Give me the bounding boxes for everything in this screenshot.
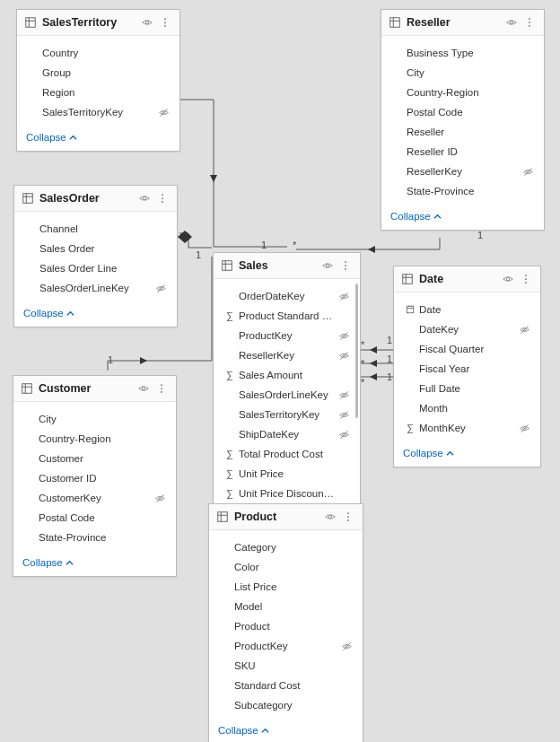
field-row[interactable]: City	[385, 63, 540, 83]
field-row[interactable]: Sales Order Line	[18, 258, 173, 278]
field-row[interactable]: State-Province	[385, 181, 540, 201]
field-row[interactable]: Fiscal Quarter	[398, 339, 537, 359]
field-row[interactable]: Country	[21, 43, 176, 63]
field-row[interactable]: ProductKey	[213, 636, 359, 656]
table-sales-territory[interactable]: SalesTerritory CountryGroupRegionSalesTe…	[16, 9, 180, 152]
field-row[interactable]: ResellerKey	[385, 161, 540, 181]
field-row[interactable]: ∑Product Standard Cost	[217, 306, 356, 326]
field-row[interactable]: Date	[398, 300, 537, 319]
hidden-icon[interactable]	[337, 429, 351, 441]
visibility-icon[interactable]	[323, 510, 337, 524]
table-header[interactable]: Customer	[13, 376, 176, 402]
field-row[interactable]: Reseller ID	[385, 142, 540, 161]
visibility-icon[interactable]	[140, 15, 154, 30]
more-icon[interactable]	[519, 272, 533, 286]
field-row[interactable]: Fiscal Year	[398, 359, 537, 379]
field-row[interactable]: Sales Order	[18, 239, 173, 258]
field-row[interactable]: ∑Unit Price	[217, 464, 356, 484]
field-row[interactable]: List Price	[213, 577, 359, 597]
field-row[interactable]: Country-Region	[385, 83, 540, 102]
table-sales[interactable]: Sales OrderDateKey∑Product Standard Cost…	[213, 252, 361, 533]
field-row[interactable]: ∑Unit Price Discount Pct	[217, 484, 356, 503]
field-row[interactable]: ∑Total Product Cost	[217, 444, 356, 464]
visibility-icon[interactable]	[504, 15, 519, 30]
hidden-icon[interactable]	[517, 324, 531, 336]
field-list: DateDateKeyFiscal QuarterFiscal YearFull…	[394, 292, 540, 441]
field-row[interactable]: Month	[398, 398, 537, 418]
collapse-button[interactable]: Collapse	[23, 308, 74, 319]
table-customer[interactable]: Customer CityCountry-RegionCustomerCusto…	[13, 375, 177, 577]
table-header[interactable]: Date	[394, 266, 540, 292]
hidden-icon[interactable]	[337, 409, 351, 421]
collapse-button[interactable]: Collapse	[390, 211, 442, 222]
field-row[interactable]: Category	[213, 537, 359, 557]
hidden-icon[interactable]	[337, 389, 351, 401]
field-row[interactable]: OrderDateKey	[217, 286, 356, 306]
field-row[interactable]: SalesOrderLineKey	[18, 278, 173, 298]
table-header[interactable]: Sales	[214, 253, 360, 279]
collapse-button[interactable]: Collapse	[26, 132, 77, 143]
field-row[interactable]: SKU	[213, 656, 359, 676]
table-header[interactable]: Reseller	[381, 10, 544, 36]
table-header[interactable]: Product	[209, 504, 363, 530]
collapse-button[interactable]: Collapse	[218, 725, 269, 736]
field-row[interactable]: Customer ID	[17, 468, 172, 488]
collapse-button[interactable]: Collapse	[403, 448, 454, 458]
table-sales-order[interactable]: SalesOrder ChannelSales OrderSales Order…	[13, 185, 178, 327]
hidden-icon[interactable]	[337, 291, 351, 302]
hidden-icon[interactable]	[339, 641, 354, 652]
field-row[interactable]: SalesOrderLineKey	[217, 385, 356, 405]
field-row[interactable]: Customer	[17, 449, 172, 468]
field-row[interactable]: Product	[213, 616, 359, 636]
field-row[interactable]: ∑MonthKey	[398, 418, 537, 438]
collapse-button[interactable]: Collapse	[22, 557, 74, 568]
field-row[interactable]: Country-Region	[17, 429, 172, 449]
field-row[interactable]: CustomerKey	[17, 488, 172, 508]
table-reseller[interactable]: Reseller Business TypeCityCountry-Region…	[381, 9, 545, 231]
field-row[interactable]: Subcategory	[213, 695, 359, 715]
field-row[interactable]: Postal Code	[385, 102, 540, 122]
visibility-icon[interactable]	[137, 191, 152, 205]
field-row[interactable]: Channel	[18, 219, 173, 239]
field-row[interactable]: State-Province	[17, 528, 172, 547]
table-product[interactable]: Product CategoryColorList PriceModelProd…	[208, 503, 363, 742]
field-row[interactable]: SalesTerritoryKey	[21, 102, 176, 122]
hidden-icon[interactable]	[153, 493, 167, 504]
field-row[interactable]: Business Type	[385, 43, 540, 63]
hidden-icon[interactable]	[337, 330, 351, 342]
field-row[interactable]: Model	[213, 597, 359, 616]
hidden-icon[interactable]	[521, 166, 535, 178]
field-row[interactable]: Group	[21, 63, 176, 83]
field-row[interactable]: DateKey	[398, 319, 537, 339]
more-icon[interactable]	[158, 15, 172, 30]
hidden-icon[interactable]	[153, 283, 168, 294]
more-icon[interactable]	[338, 258, 353, 273]
visibility-icon[interactable]	[320, 258, 335, 273]
field-row[interactable]: Standard Cost	[213, 676, 359, 695]
field-row[interactable]: Region	[21, 83, 176, 102]
field-row[interactable]: ∑Sales Amount	[217, 365, 356, 385]
field-row[interactable]: Full Date	[398, 379, 537, 398]
visibility-icon[interactable]	[136, 381, 151, 396]
more-icon[interactable]	[154, 381, 169, 396]
more-icon[interactable]	[341, 510, 355, 524]
more-icon[interactable]	[155, 191, 170, 205]
table-header[interactable]: SalesTerritory	[17, 10, 179, 36]
hidden-icon[interactable]	[517, 423, 531, 434]
cardinality-label: 1	[387, 335, 392, 345]
scrollbar[interactable]	[355, 284, 358, 418]
more-icon[interactable]	[522, 15, 537, 30]
table-date[interactable]: Date DateDateKeyFiscal QuarterFiscal Yea…	[393, 266, 541, 467]
field-row[interactable]: ShipDateKey	[217, 424, 356, 444]
hidden-icon[interactable]	[156, 107, 171, 118]
field-row[interactable]: SalesTerritoryKey	[217, 405, 356, 424]
field-row[interactable]: Color	[213, 557, 359, 577]
field-row[interactable]: Postal Code	[17, 508, 172, 528]
hidden-icon[interactable]	[337, 350, 351, 362]
field-row[interactable]: Reseller	[385, 122, 540, 142]
field-row[interactable]: ResellerKey	[217, 345, 356, 365]
field-row[interactable]: City	[17, 409, 172, 429]
table-header[interactable]: SalesOrder	[14, 186, 177, 212]
visibility-icon[interactable]	[501, 272, 515, 286]
field-row[interactable]: ProductKey	[217, 326, 356, 345]
